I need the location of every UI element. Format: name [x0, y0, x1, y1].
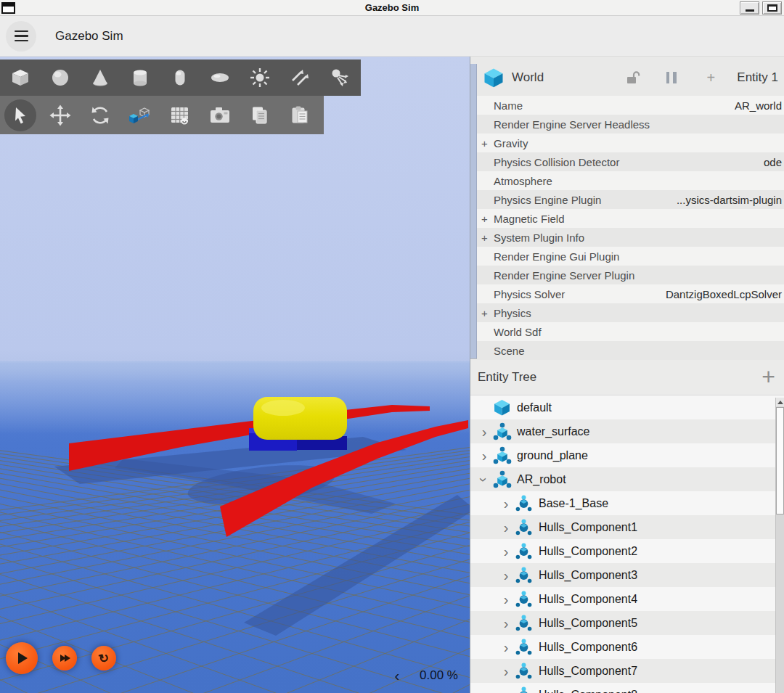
spot-light-icon	[329, 67, 351, 89]
entity-label: Hulls_Component6	[539, 641, 637, 654]
chevron-icon[interactable]: ›	[498, 664, 514, 678]
chevron-icon[interactable]: ›	[476, 425, 492, 439]
tree-row[interactable]: default	[470, 395, 784, 419]
chevron-icon[interactable]: ›	[498, 592, 514, 607]
property-row[interactable]: Name AR_world	[477, 96, 784, 115]
rtf-collapse-chevron[interactable]: ‹	[394, 668, 399, 683]
tree-row[interactable]: › Hulls_Component8	[470, 683, 784, 693]
inspector-scrollbar[interactable]	[470, 64, 477, 358]
chevron-icon[interactable]: ›	[498, 616, 514, 631]
tree-row[interactable]: › water_surface	[470, 419, 784, 443]
property-label: Render Engine Server Plugin	[494, 269, 634, 282]
entity-label: Base-1_Base	[539, 497, 608, 510]
property-row[interactable]: Render Engine Gui Plugin	[477, 247, 784, 266]
sphere-shape-button[interactable]	[40, 60, 80, 96]
tree-row[interactable]: › ground_plane	[470, 443, 784, 467]
property-label: Magnetic Field	[494, 213, 565, 225]
property-row[interactable]: + Magnetic Field	[477, 209, 784, 228]
property-value: AR_world	[735, 99, 782, 112]
property-row[interactable]: Physics Solver DantzigBoxedLcpSolver	[477, 284, 784, 303]
expand-toggle[interactable]: +	[481, 137, 494, 149]
chevron-icon[interactable]: ›	[498, 496, 514, 511]
scrollbar-thumb[interactable]	[776, 407, 784, 514]
cone-shape-button[interactable]	[80, 60, 120, 96]
entity-icon	[514, 494, 534, 513]
tree-scrollbar[interactable]	[775, 398, 784, 693]
property-row[interactable]: Render Engine Server Plugin	[477, 266, 784, 284]
chevron-icon[interactable]: ›	[498, 568, 514, 583]
app-title: Gazebo Sim	[55, 29, 123, 44]
chevron-icon[interactable]: ›	[498, 520, 514, 535]
play-button[interactable]	[6, 642, 38, 674]
expand-toggle[interactable]: +	[481, 307, 494, 319]
entity-id-label: Entity 1	[737, 70, 778, 85]
cylinder-icon	[130, 67, 150, 88]
reset-button[interactable]: ↻	[91, 646, 116, 671]
chevron-icon[interactable]: ›	[498, 688, 514, 693]
entity-tree-title: Entity Tree	[478, 370, 536, 385]
hamburger-menu-button[interactable]	[6, 21, 36, 52]
property-label: System Plugin Info	[494, 231, 584, 244]
ellipsoid-shape-button[interactable]	[200, 60, 240, 96]
property-row[interactable]: Scene	[477, 341, 784, 360]
property-label: Name	[494, 99, 523, 112]
copy-tool-button[interactable]	[240, 96, 279, 134]
tree-row[interactable]: › Hulls_Component6	[470, 635, 784, 659]
screenshot-tool-button[interactable]	[200, 96, 240, 134]
maximize-button[interactable]	[762, 1, 782, 15]
point-light-button[interactable]	[240, 60, 279, 96]
scroll-up-button[interactable]	[776, 398, 784, 406]
chevron-icon[interactable]: ›	[476, 448, 492, 463]
property-row[interactable]: Physics Collision Detector ode	[477, 152, 784, 171]
property-list: Name AR_world Render Engine Server Headl…	[477, 96, 784, 360]
translate-tool-button[interactable]	[40, 96, 80, 134]
property-row[interactable]: Render Engine Server Headless	[477, 115, 784, 134]
property-row[interactable]: + Gravity	[477, 134, 784, 152]
capsule-shape-button[interactable]	[160, 60, 200, 96]
pause-updates-button[interactable]	[666, 72, 677, 83]
expand-toggle[interactable]: +	[481, 231, 494, 244]
entity-label: water_surface	[517, 425, 590, 438]
step-forward-button[interactable]	[52, 646, 77, 671]
directional-light-button[interactable]	[279, 60, 319, 96]
entity-icon	[514, 614, 534, 633]
paste-tool-button[interactable]	[279, 96, 319, 134]
property-row[interactable]: World Sdf	[477, 322, 784, 341]
tree-row[interactable]: › AR_robot	[470, 467, 784, 491]
unlock-icon[interactable]	[626, 70, 642, 85]
tree-row[interactable]: › Hulls_Component7	[470, 659, 784, 683]
entity-tree-add-button[interactable]: +	[761, 368, 775, 387]
expand-toggle[interactable]: +	[481, 213, 494, 225]
inspector-title: World	[512, 70, 626, 85]
chevron-icon[interactable]: ›	[498, 640, 514, 655]
property-row[interactable]: Physics Engine Plugin ...ysics-dartsim-p…	[477, 190, 784, 209]
select-tool-button[interactable]	[0, 96, 40, 134]
ellipsoid-icon	[210, 67, 230, 88]
minimize-button[interactable]	[740, 1, 759, 15]
tree-row[interactable]: › Hulls_Component1	[470, 515, 784, 539]
snap-tool-button[interactable]	[120, 96, 160, 134]
property-row[interactable]: + Physics	[477, 303, 784, 322]
tree-row[interactable]: › Hulls_Component2	[470, 539, 784, 563]
chevron-icon[interactable]: ›	[477, 472, 491, 488]
tree-row[interactable]: › Hulls_Component4	[470, 587, 784, 611]
translate-icon	[49, 104, 71, 126]
cylinder-shape-button[interactable]	[120, 60, 160, 96]
tree-row[interactable]: › Base-1_Base	[470, 491, 784, 515]
entity-label: ground_plane	[517, 449, 588, 462]
spot-light-button[interactable]	[319, 60, 359, 96]
property-row[interactable]: Atmosphere	[477, 171, 784, 190]
rotate-tool-button[interactable]	[80, 96, 120, 134]
property-row[interactable]: + System Plugin Info	[477, 228, 784, 247]
minimize-icon	[746, 9, 754, 12]
chevron-icon[interactable]: ›	[498, 544, 514, 559]
tree-row[interactable]: › Hulls_Component5	[470, 611, 784, 635]
directional-light-icon	[289, 67, 311, 89]
tree-row[interactable]: › Hulls_Component3	[470, 563, 784, 587]
3d-viewport[interactable]: ↻ ‹ 0.00 %	[0, 57, 470, 693]
box-shape-button[interactable]	[0, 60, 40, 96]
inspector-plus-icon[interactable]: +	[707, 70, 716, 86]
grid-tool-button[interactable]	[160, 96, 200, 134]
entity-tree-panel: Entity Tree + default › water_surface › …	[470, 358, 784, 693]
capsule-icon	[170, 67, 190, 88]
